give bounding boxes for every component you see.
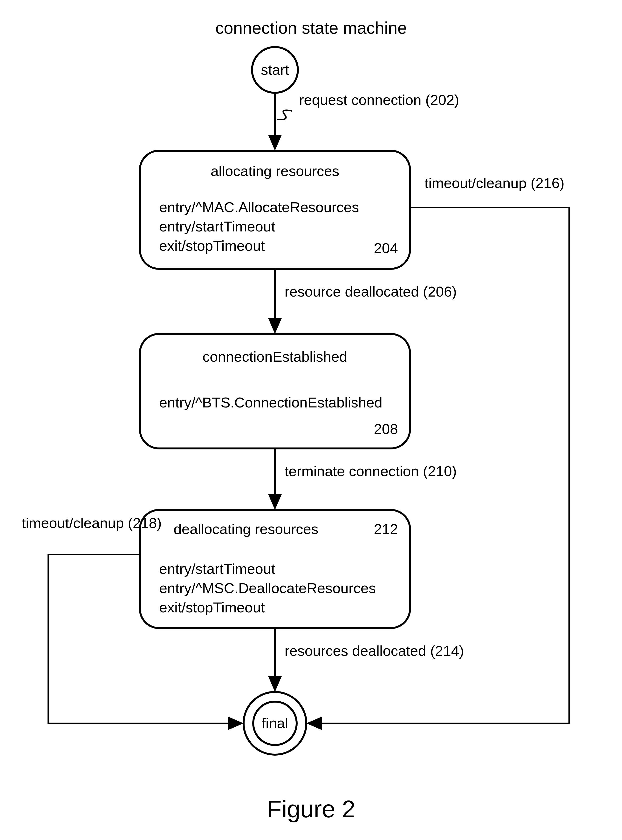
- state-deallocating-resources: deallocating resources 212 entry/startTi…: [140, 510, 410, 628]
- svg-marker-15: [228, 717, 244, 730]
- transition-request-connection: request connection (202): [268, 92, 459, 151]
- established-ref: 208: [374, 421, 398, 437]
- label-request-connection: request connection (202): [299, 92, 459, 108]
- state-machine-diagram: connection state machine start request c…: [0, 0, 622, 840]
- state-connection-established: connectionEstablished entry/^BTS.Connect…: [140, 334, 410, 449]
- state-allocating-title: allocating resources: [210, 163, 339, 179]
- svg-marker-2: [268, 135, 282, 151]
- svg-marker-11: [268, 676, 282, 692]
- final-label: final: [262, 715, 288, 731]
- svg-marker-5: [268, 318, 282, 334]
- state-established-title: connectionEstablished: [203, 348, 347, 365]
- label-timeout-216: timeout/cleanup (216): [424, 175, 564, 191]
- label-resources-deallocated: resources deallocated (214): [285, 643, 464, 659]
- svg-marker-14: [306, 717, 322, 730]
- allocating-ref: 204: [374, 240, 398, 256]
- label-timeout-218: timeout/cleanup (218): [22, 515, 162, 531]
- deallocating-ref: 212: [374, 521, 398, 537]
- start-label: start: [261, 62, 289, 78]
- transition-resource-deallocated: resource deallocated (206): [268, 269, 457, 334]
- svg-marker-8: [268, 494, 282, 510]
- deallocating-action-2: exit/stopTimeout: [159, 600, 265, 616]
- deallocating-action-0: entry/startTimeout: [159, 561, 276, 577]
- established-action-0: entry/^BTS.ConnectionEstablished: [159, 394, 382, 411]
- diagram-title: connection state machine: [215, 18, 407, 37]
- transition-timeout-218: timeout/cleanup (218): [22, 515, 244, 730]
- figure-caption: Figure 2: [267, 795, 355, 822]
- transition-terminate-connection: terminate connection (210): [268, 449, 457, 510]
- label-resource-deallocated: resource deallocated (206): [285, 283, 457, 300]
- state-allocating-resources: allocating resources entry/^MAC.Allocate…: [140, 151, 410, 269]
- allocating-action-1: entry/startTimeout: [159, 218, 276, 234]
- state-deallocating-title: deallocating resources: [174, 521, 319, 537]
- allocating-action-0: entry/^MAC.AllocateResources: [159, 199, 359, 215]
- allocating-action-2: exit/stopTimeout: [159, 238, 265, 254]
- label-terminate-connection: terminate connection (210): [285, 463, 457, 479]
- transition-resources-deallocated: resources deallocated (214): [268, 628, 464, 692]
- start-state: start: [252, 47, 298, 93]
- final-state: final: [244, 692, 306, 755]
- deallocating-action-1: entry/^MSC.DeallocateResources: [159, 580, 376, 596]
